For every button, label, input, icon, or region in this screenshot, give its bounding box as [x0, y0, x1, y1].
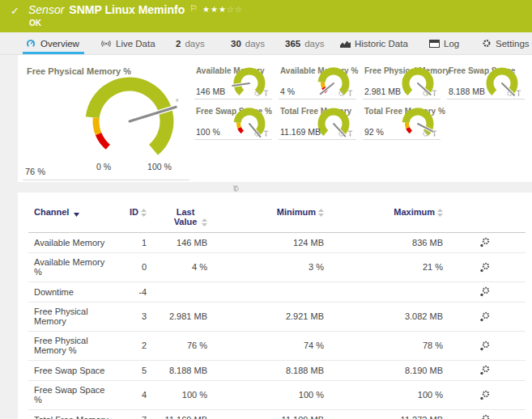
tab-2-days[interactable]: 2days — [172, 32, 208, 54]
gear-icon[interactable] — [506, 90, 513, 97]
table-row-available-memory: Available Memory1146 MB124 MB836 MB — [28, 233, 526, 253]
gauge-panel-total-free-memory: Total Free Memory11.169 MB — [279, 105, 356, 140]
cell — [207, 282, 324, 303]
tab-historic-data[interactable]: Historic Data — [337, 32, 411, 54]
pin-icon[interactable] — [347, 90, 353, 97]
cell: 2.921 MB — [207, 303, 324, 332]
column-label: Last Value — [172, 207, 199, 226]
tab-30-days[interactable]: 30days — [228, 32, 268, 54]
pin-icon[interactable] — [263, 130, 269, 138]
tab-number: 30 — [231, 39, 241, 49]
gauge-value: 8.188 MB — [449, 87, 485, 96]
cell: Downtime — [28, 282, 109, 303]
cell: Free Swap Space — [28, 361, 109, 381]
edit-channel-icon[interactable] — [479, 365, 490, 375]
gauge-panel-free-swap-space: Free Swap Space %100 % — [194, 105, 272, 140]
gear-icon[interactable] — [422, 90, 429, 97]
edit-channel-icon[interactable] — [479, 311, 490, 322]
gear-icon[interactable] — [338, 90, 345, 97]
gear-icon[interactable] — [253, 90, 261, 97]
sort-icon[interactable] — [202, 218, 207, 226]
table-row-free-swap-space: Free Swap Space %4100 %100 %100 % — [28, 381, 526, 410]
tab-live-data[interactable]: Live Data — [97, 32, 159, 54]
column-header-last-value[interactable]: Last Value — [147, 207, 207, 233]
cell: 11.109 MB — [207, 410, 324, 419]
cell: 76 % — [147, 332, 207, 361]
column-header-minimum[interactable]: Minimum — [207, 207, 324, 233]
row-actions — [443, 303, 526, 332]
gear-icon[interactable] — [422, 130, 429, 138]
cell: 5 — [109, 361, 147, 381]
edit-channel-icon[interactable] — [479, 414, 490, 419]
check-icon: ✓ — [11, 5, 19, 17]
table-row-free-physical-memory: Free Physical Memory32.981 MB2.921 MB3.0… — [28, 303, 526, 332]
cell: 100 % — [147, 381, 207, 410]
sensor-title-row: Sensor SNMP Linux Meminfo ⚐ ★★★☆☆ — [28, 3, 243, 16]
pin-icon[interactable] — [232, 185, 238, 193]
gauge-panel-available-memory: Available Memory %4 % — [279, 65, 356, 99]
tab-settings[interactable]: Settings — [479, 32, 532, 54]
cell: 124 MB — [207, 233, 324, 253]
tab-overview[interactable]: Overview — [23, 32, 83, 54]
cell: 2.981 MB — [147, 303, 207, 332]
row-actions — [443, 381, 526, 410]
gear-icon[interactable] — [253, 130, 261, 138]
column-header-id[interactable]: ID — [109, 207, 147, 233]
gauge-panel-actions — [338, 90, 353, 97]
sorted-desc-icon[interactable] — [74, 213, 79, 217]
tab-label: Settings — [496, 39, 530, 49]
cell: 78 % — [324, 332, 443, 361]
tab-label: days — [304, 39, 324, 49]
cell: 4 % — [147, 253, 207, 282]
row-actions — [443, 253, 526, 282]
edit-channel-icon[interactable] — [479, 262, 490, 273]
pin-icon[interactable] — [432, 130, 437, 138]
gauge-panel-actions — [422, 130, 437, 138]
cell: -4 — [109, 282, 147, 303]
cell — [324, 282, 443, 303]
edit-channel-icon[interactable] — [479, 237, 490, 248]
gauge-panel-free-swap-space: Free Swap Space8.188 MB — [447, 65, 525, 99]
tab-number: 2 — [176, 39, 181, 49]
pin-icon[interactable] — [432, 90, 437, 97]
edit-channel-icon[interactable] — [479, 390, 490, 400]
row-actions — [443, 361, 526, 381]
sort-icon[interactable] — [141, 209, 147, 217]
pin-icon[interactable] — [263, 90, 269, 97]
tab-number: 365 — [285, 39, 300, 49]
gauges-section: Free Physical Memory % x 0 % 100 % 76 % … — [18, 55, 532, 182]
gauge-panel-total-free-memory: Total Free Memory %92 % — [363, 105, 440, 140]
pin-icon[interactable] — [516, 90, 521, 97]
gear-icon[interactable] — [338, 130, 345, 138]
cell: 4 — [109, 381, 147, 410]
gauge-panel-available-memory: Available Memory146 MB — [194, 65, 272, 99]
column-label: Channel — [34, 207, 69, 217]
gauge-panel-actions — [338, 130, 353, 138]
cell: 3 — [109, 303, 147, 332]
cell: 836 MB — [324, 233, 443, 253]
tab-label: Log — [444, 39, 459, 49]
gauge-panel-free-physical-memory: Free Physical Memory2.981 MB — [363, 65, 440, 99]
column-label: ID — [130, 207, 138, 217]
rating-stars[interactable]: ★★★☆☆ — [202, 5, 243, 14]
cell: 8.190 MB — [324, 361, 443, 381]
sort-icon[interactable] — [318, 209, 324, 217]
tab-log[interactable]: Log — [426, 32, 462, 54]
gauge-value: 4 % — [280, 87, 295, 96]
column-header-maximum[interactable]: Maximum — [324, 207, 443, 233]
table-row-total-free-memory: Total Free Memory711.169 MB11.109 MB11.2… — [28, 410, 526, 419]
gauge-min-label: 0 % — [87, 162, 120, 171]
tab-label: Overview — [40, 39, 79, 49]
cell: Total Free Memory — [28, 410, 109, 419]
tab-label: Live Data — [116, 39, 155, 49]
cell: 7 — [109, 410, 147, 419]
edit-channel-icon[interactable] — [479, 286, 490, 297]
column-header-channel[interactable]: Channel — [28, 207, 109, 233]
tab-365-days[interactable]: 365days — [282, 32, 327, 54]
sort-icon[interactable] — [437, 209, 443, 217]
table-row-available-memory: Available Memory %04 %3 %21 % — [28, 253, 526, 282]
row-actions — [443, 282, 526, 303]
edit-channel-icon[interactable] — [479, 341, 490, 351]
cell: Available Memory % — [28, 253, 109, 282]
pin-icon[interactable] — [347, 130, 353, 138]
